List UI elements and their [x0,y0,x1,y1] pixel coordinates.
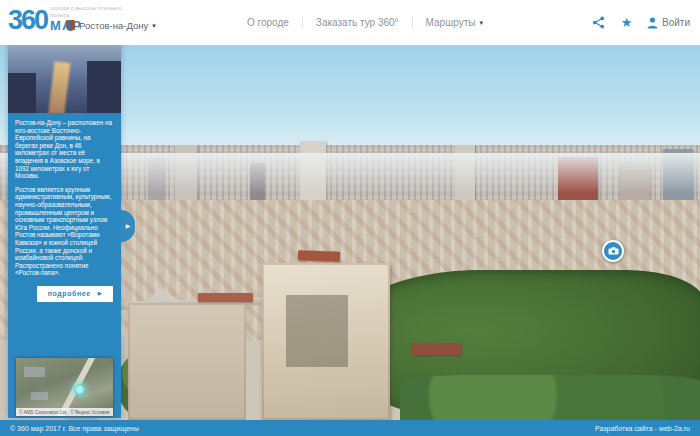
page: 360 города с высоты птичьего полета МАР … [0,0,700,436]
footer: © 360 мар 2017 г. Все права защищены Раз… [0,420,700,436]
nav-separator [412,16,413,29]
developer-link[interactable]: Разработка сайта - web-2a.ru [595,425,690,432]
main-nav: О городе Заказать тур 360° Маршруты ▾ [247,0,483,45]
chevron-down-icon: ▾ [479,19,483,27]
login-button[interactable]: Войти [647,17,690,29]
trees [400,375,700,420]
red-roof [412,343,462,355]
about-city-paragraph: Ростов является крупным административным… [8,180,121,277]
camera-icon [608,247,619,255]
arrow-right-icon: ▶ [98,291,102,296]
photo-building-silhouette [87,61,121,113]
share-icon [592,16,605,29]
nav-item-about-city[interactable]: О городе [247,17,289,28]
foreground-building [128,303,246,420]
foreground-building [262,263,390,420]
header-actions: ★ Войти [591,0,690,45]
copyright-text: © 360 мар 2017 г. Все права защищены [10,425,139,432]
minimap-attribution: © AMS Corporation Ltd., © Яндекс Условия [16,408,113,416]
city-info-sidebar: Ростов-на-Дону – расположен на юго-восто… [8,40,121,418]
nav-item-routes[interactable]: Маршруты ▾ [426,17,483,28]
current-location-dot [74,384,85,395]
more-details-button[interactable]: подробнее ▶ [37,286,113,302]
user-icon [647,17,658,29]
city-selector[interactable]: Ростов-на-Дону ▾ [66,20,156,31]
favorite-button[interactable]: ★ [619,15,634,30]
about-city-paragraph: Ростов-на-Дону – расположен на юго-восто… [8,113,121,180]
minimap-block [24,367,45,377]
city-selector-label: Ростов-на-Дону [79,20,148,31]
star-icon: ★ [621,16,633,29]
share-button[interactable] [591,15,606,30]
nav-item-order-tour[interactable]: Заказать тур 360° [316,17,399,28]
red-roof [298,250,340,261]
location-minimap[interactable]: © AMS Corporation Ltd., © Яндекс Условия [16,358,113,416]
chevron-down-icon: ▾ [152,22,156,30]
courtyard [286,295,348,367]
red-roof [198,293,253,302]
city-crest-icon [66,20,75,31]
photo-building-silhouette [8,73,36,113]
header: 360 города с высоты птичьего полета МАР … [0,0,700,45]
minimap-block [31,392,48,400]
logo-number: 360 [8,5,47,35]
arrow-right-icon: ▶ [126,223,131,229]
photo-street-lights [47,61,70,113]
logo-tagline: города с высоты птичьего полета [50,5,132,19]
nav-separator [302,16,303,29]
city-photo [8,40,121,113]
login-label: Войти [662,17,690,28]
panorama-point-marker[interactable] [602,240,624,262]
